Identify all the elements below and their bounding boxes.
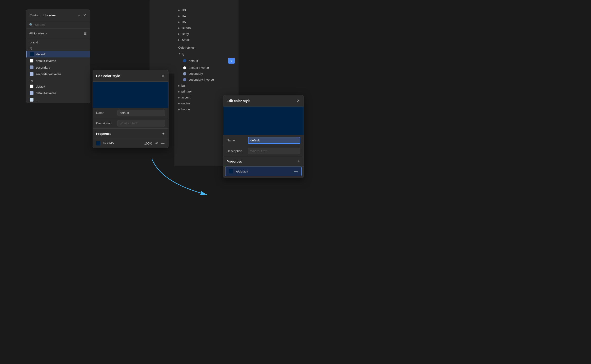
description-field-2: Description [223, 146, 304, 156]
group-label: bg [181, 84, 185, 87]
chevron-right-icon: ▶ [178, 91, 180, 93]
panel-tabs: Custom Libraries [30, 13, 76, 17]
description-field-1: Description [93, 118, 168, 129]
search-bar: 🔍 [26, 21, 90, 29]
group-label: primary [181, 90, 192, 93]
list-item[interactable]: default [26, 51, 90, 58]
typo-label: H4 [182, 14, 186, 18]
add-property-button-2[interactable]: + [297, 159, 300, 164]
style-item-name: default-inverse [189, 66, 209, 70]
fg-subsection-label: fg [26, 45, 90, 51]
typo-label: H5 [182, 20, 186, 24]
properties-header-1: Properties + [93, 129, 168, 139]
search-icon: 🔍 [29, 23, 33, 26]
fg-group[interactable]: ▼ fg [175, 51, 239, 57]
chevron-right-icon: ▶ [178, 96, 180, 99]
chevron-right-icon: ▶ [178, 84, 180, 87]
primary-group[interactable]: ▶ primary [175, 89, 239, 94]
property-label-2: fg/default [235, 170, 291, 173]
tab-custom[interactable]: Custom [30, 13, 40, 17]
color-swatch-default-inverse [30, 59, 33, 63]
property-row-1: 002245 100% 👁 — [93, 139, 168, 148]
desc-label-2: Description [227, 149, 246, 153]
properties-header-2: Properties + [223, 156, 304, 167]
chevron-right-icon: ▶ [178, 102, 180, 105]
typo-item-h3[interactable]: ▶ H3 [175, 7, 239, 13]
close-dialog-2-button[interactable]: ✕ [296, 98, 300, 104]
property-row-highlighted: fg/default — [225, 167, 302, 176]
group-label: button [181, 108, 190, 111]
search-input[interactable] [35, 23, 87, 26]
tab-libraries[interactable]: Libraries [43, 13, 56, 17]
add-library-button[interactable]: + [78, 13, 81, 18]
remove-property-button-1[interactable]: — [160, 141, 165, 146]
style-color-swatch [183, 78, 186, 81]
list-item[interactable]: secondary [26, 64, 90, 71]
list-item[interactable]: default-inverse [26, 90, 90, 96]
group-label: outline [181, 102, 190, 105]
chevron-right-icon: ▶ [178, 27, 180, 29]
edit-color-dialog-2: Edit color style ✕ Name Description Prop… [223, 95, 304, 178]
style-item-actions: ⊹ [228, 58, 235, 64]
libraries-panel: Custom Libraries + ✕ 🔍 All libraries ▼ ⊞… [26, 9, 90, 103]
style-item-default-inverse[interactable]: default-inverse [175, 65, 239, 71]
list-item[interactable]: secondary-inverse [26, 71, 90, 77]
color-preview-1 [93, 82, 168, 108]
typo-label: Body [182, 32, 189, 36]
style-item-secondary-inverse[interactable]: secondary-inverse [175, 77, 239, 83]
color-swatch-bg-default [30, 84, 33, 88]
style-color-swatch [183, 66, 186, 70]
chevron-right-icon: ▶ [178, 33, 180, 35]
visibility-toggle-button-1[interactable]: 👁 [155, 141, 159, 146]
close-panel-button[interactable]: ✕ [83, 13, 87, 18]
typography-list: ▶ H3 ▶ H4 ▶ H5 ▶ Button ▶ Body ▶ Small [175, 0, 239, 44]
name-label-2: Name [227, 139, 246, 142]
close-dialog-1-button[interactable]: ✕ [161, 73, 165, 78]
color-item-label: secondary [36, 66, 50, 69]
panel-header-actions: + ✕ [78, 13, 87, 18]
properties-title-2: Properties [227, 160, 242, 163]
description-input-2[interactable] [248, 148, 300, 154]
typo-item-h4[interactable]: ▶ H4 [175, 13, 239, 19]
style-item-default[interactable]: default ⊹ [175, 57, 239, 65]
typo-label: Button [182, 26, 191, 30]
color-swatch-bg-default-inverse [30, 91, 33, 95]
color-swatch-default [30, 52, 34, 56]
typo-item-body[interactable]: ▶ Body [175, 31, 239, 37]
add-property-button-1[interactable]: + [162, 131, 165, 136]
all-libraries-filter[interactable]: All libraries ▼ [29, 32, 47, 35]
style-item-name: default [189, 59, 198, 63]
property-hex-1: 002245 [103, 142, 142, 145]
bg-group[interactable]: ▶ bg [175, 83, 239, 89]
remove-property-button-2[interactable]: — [293, 169, 298, 174]
typo-item-button[interactable]: ▶ Button [175, 25, 239, 31]
dialog-2-title: Edit color style [227, 99, 250, 103]
bg-subsection-label: bg [26, 77, 90, 83]
list-item[interactable]: ... [26, 96, 90, 103]
color-preview-2 [223, 107, 304, 135]
dialog-1-title: Edit color style [96, 74, 120, 78]
name-label-1: Name [96, 111, 115, 115]
panel-header: Custom Libraries + ✕ [26, 10, 90, 21]
filter-label-text: All libraries [29, 32, 44, 35]
grid-view-button[interactable]: ⊞ [83, 31, 87, 36]
style-item-secondary[interactable]: secondary [175, 71, 239, 77]
name-input-2[interactable] [248, 137, 300, 144]
chevron-right-icon: ▶ [178, 9, 180, 11]
description-input-1[interactable] [117, 120, 165, 126]
color-swatch-more [30, 98, 33, 102]
list-item[interactable]: default-inverse [26, 58, 90, 64]
list-item[interactable]: default [26, 83, 90, 90]
color-item-label: secondary-inverse [36, 72, 61, 76]
color-swatch-secondary-inverse [30, 72, 33, 76]
name-input-1[interactable] [117, 110, 165, 116]
edit-style-button[interactable]: ⊹ [228, 58, 235, 64]
typo-item-small[interactable]: ▶ Small [175, 37, 239, 43]
properties-title-1: Properties [96, 132, 111, 136]
property-actions-1: 👁 — [155, 141, 165, 146]
edit-color-dialog-1: Edit color style ✕ Name Description Prop… [93, 70, 169, 148]
color-item-label: default-inverse [36, 91, 56, 95]
chevron-right-icon: ▶ [178, 39, 180, 41]
color-styles-title: Color styles [175, 44, 239, 51]
typo-item-h5[interactable]: ▶ H5 [175, 19, 239, 25]
